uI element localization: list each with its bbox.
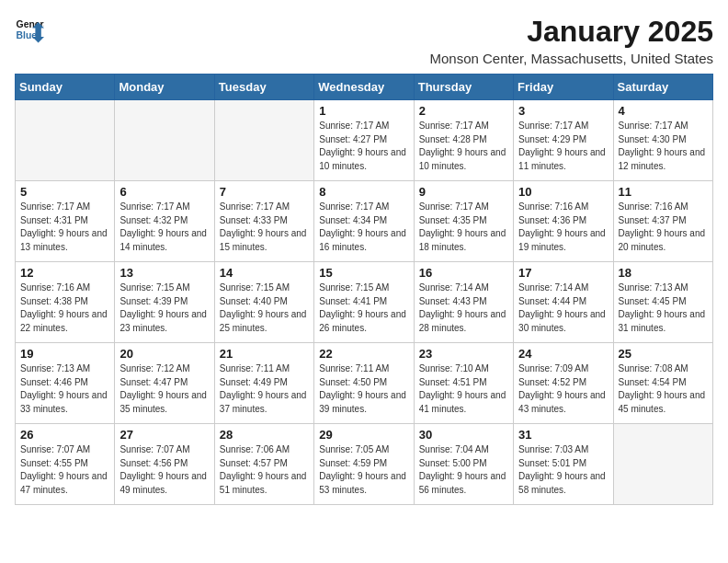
location-subtitle: Monson Center, Massachusetts, United Sta… bbox=[430, 51, 714, 66]
day-number: 28 bbox=[220, 428, 309, 442]
calendar-day-cell bbox=[613, 424, 712, 505]
calendar-day-cell: 28Sunrise: 7:06 AMSunset: 4:57 PMDayligh… bbox=[214, 424, 313, 505]
day-number: 13 bbox=[119, 266, 209, 280]
calendar-day-cell bbox=[16, 100, 115, 181]
day-number: 1 bbox=[319, 104, 408, 118]
day-number: 6 bbox=[119, 185, 209, 199]
day-info: Sunrise: 7:11 AMSunset: 4:49 PMDaylight:… bbox=[220, 362, 309, 416]
calendar-day-cell: 26Sunrise: 7:07 AMSunset: 4:55 PMDayligh… bbox=[16, 424, 115, 505]
calendar-day-cell: 31Sunrise: 7:03 AMSunset: 5:01 PMDayligh… bbox=[514, 424, 613, 505]
day-of-week-header: Monday bbox=[115, 75, 214, 100]
day-info: Sunrise: 7:05 AMSunset: 4:59 PMDaylight:… bbox=[319, 443, 408, 497]
day-number: 15 bbox=[319, 266, 408, 280]
calendar-day-cell: 21Sunrise: 7:11 AMSunset: 4:49 PMDayligh… bbox=[214, 343, 313, 424]
day-number: 23 bbox=[419, 347, 508, 361]
month-title: January 2025 bbox=[430, 15, 714, 49]
calendar-day-cell: 30Sunrise: 7:04 AMSunset: 5:00 PMDayligh… bbox=[414, 424, 513, 505]
calendar-header-row: SundayMondayTuesdayWednesdayThursdayFrid… bbox=[16, 75, 713, 100]
calendar-week-row: 19Sunrise: 7:13 AMSunset: 4:46 PMDayligh… bbox=[16, 343, 713, 424]
calendar-day-cell: 9Sunrise: 7:17 AMSunset: 4:35 PMDaylight… bbox=[414, 181, 513, 262]
day-number: 19 bbox=[20, 347, 109, 361]
day-info: Sunrise: 7:14 AMSunset: 4:44 PMDaylight:… bbox=[518, 282, 608, 335]
calendar-day-cell: 11Sunrise: 7:16 AMSunset: 4:37 PMDayligh… bbox=[613, 181, 712, 262]
day-number: 4 bbox=[619, 104, 708, 118]
calendar-day-cell bbox=[115, 100, 214, 181]
calendar-day-cell: 20Sunrise: 7:12 AMSunset: 4:47 PMDayligh… bbox=[115, 343, 214, 424]
day-info: Sunrise: 7:13 AMSunset: 4:46 PMDaylight:… bbox=[20, 362, 109, 416]
day-info: Sunrise: 7:13 AMSunset: 4:45 PMDaylight:… bbox=[619, 282, 708, 335]
day-info: Sunrise: 7:17 AMSunset: 4:30 PMDaylight:… bbox=[619, 120, 708, 173]
day-info: Sunrise: 7:17 AMSunset: 4:29 PMDaylight:… bbox=[518, 120, 608, 173]
day-of-week-header: Thursday bbox=[414, 75, 513, 100]
day-number: 10 bbox=[518, 185, 608, 199]
day-info: Sunrise: 7:17 AMSunset: 4:28 PMDaylight:… bbox=[419, 120, 508, 173]
svg-text:Blue: Blue bbox=[17, 30, 38, 40]
day-number: 12 bbox=[20, 266, 109, 280]
calendar-day-cell: 8Sunrise: 7:17 AMSunset: 4:34 PMDaylight… bbox=[314, 181, 414, 262]
day-info: Sunrise: 7:15 AMSunset: 4:41 PMDaylight:… bbox=[319, 282, 408, 335]
calendar-day-cell: 2Sunrise: 7:17 AMSunset: 4:28 PMDaylight… bbox=[414, 100, 513, 181]
day-number: 11 bbox=[619, 185, 708, 199]
day-number: 21 bbox=[220, 347, 309, 361]
day-number: 9 bbox=[419, 185, 508, 199]
day-number: 14 bbox=[220, 266, 309, 280]
day-of-week-header: Saturday bbox=[613, 75, 712, 100]
calendar-day-cell: 22Sunrise: 7:11 AMSunset: 4:50 PMDayligh… bbox=[314, 343, 414, 424]
calendar-day-cell: 18Sunrise: 7:13 AMSunset: 4:45 PMDayligh… bbox=[613, 262, 712, 343]
day-number: 29 bbox=[319, 428, 408, 442]
calendar-day-cell: 15Sunrise: 7:15 AMSunset: 4:41 PMDayligh… bbox=[314, 262, 414, 343]
day-number: 5 bbox=[20, 185, 109, 199]
day-number: 31 bbox=[518, 428, 608, 442]
day-number: 7 bbox=[220, 185, 309, 199]
calendar-day-cell: 7Sunrise: 7:17 AMSunset: 4:33 PMDaylight… bbox=[214, 181, 313, 262]
calendar-day-cell: 24Sunrise: 7:09 AMSunset: 4:52 PMDayligh… bbox=[514, 343, 613, 424]
calendar-day-cell: 5Sunrise: 7:17 AMSunset: 4:31 PMDaylight… bbox=[16, 181, 115, 262]
day-number: 18 bbox=[619, 266, 708, 280]
day-number: 8 bbox=[319, 185, 408, 199]
day-of-week-header: Sunday bbox=[16, 75, 115, 100]
page-header: General Blue January 2025 Monson Center,… bbox=[15, 15, 713, 66]
day-info: Sunrise: 7:11 AMSunset: 4:50 PMDaylight:… bbox=[319, 362, 408, 416]
day-number: 25 bbox=[619, 347, 708, 361]
logo-icon: General Blue bbox=[15, 15, 44, 44]
day-info: Sunrise: 7:10 AMSunset: 4:51 PMDaylight:… bbox=[419, 362, 508, 416]
day-number: 22 bbox=[319, 347, 408, 361]
day-info: Sunrise: 7:15 AMSunset: 4:40 PMDaylight:… bbox=[220, 282, 309, 335]
day-info: Sunrise: 7:08 AMSunset: 4:54 PMDaylight:… bbox=[619, 362, 708, 416]
calendar-day-cell: 23Sunrise: 7:10 AMSunset: 4:51 PMDayligh… bbox=[414, 343, 513, 424]
day-number: 17 bbox=[518, 266, 608, 280]
calendar-day-cell: 3Sunrise: 7:17 AMSunset: 4:29 PMDaylight… bbox=[514, 100, 613, 181]
day-info: Sunrise: 7:17 AMSunset: 4:33 PMDaylight:… bbox=[220, 201, 309, 254]
day-info: Sunrise: 7:12 AMSunset: 4:47 PMDaylight:… bbox=[119, 362, 209, 416]
day-number: 27 bbox=[119, 428, 209, 442]
calendar-day-cell: 4Sunrise: 7:17 AMSunset: 4:30 PMDaylight… bbox=[613, 100, 712, 181]
day-number: 20 bbox=[119, 347, 209, 361]
calendar-day-cell: 29Sunrise: 7:05 AMSunset: 4:59 PMDayligh… bbox=[314, 424, 414, 505]
calendar-day-cell: 12Sunrise: 7:16 AMSunset: 4:38 PMDayligh… bbox=[16, 262, 115, 343]
day-info: Sunrise: 7:14 AMSunset: 4:43 PMDaylight:… bbox=[419, 282, 508, 335]
title-section: January 2025 Monson Center, Massachusett… bbox=[430, 15, 714, 66]
calendar-day-cell: 17Sunrise: 7:14 AMSunset: 4:44 PMDayligh… bbox=[514, 262, 613, 343]
day-of-week-header: Wednesday bbox=[314, 75, 414, 100]
day-number: 24 bbox=[518, 347, 608, 361]
day-info: Sunrise: 7:17 AMSunset: 4:35 PMDaylight:… bbox=[419, 201, 508, 254]
calendar-week-row: 1Sunrise: 7:17 AMSunset: 4:27 PMDaylight… bbox=[16, 100, 713, 181]
day-number: 2 bbox=[419, 104, 508, 118]
day-info: Sunrise: 7:09 AMSunset: 4:52 PMDaylight:… bbox=[518, 362, 608, 416]
day-info: Sunrise: 7:07 AMSunset: 4:56 PMDaylight:… bbox=[119, 443, 209, 497]
calendar-day-cell: 16Sunrise: 7:14 AMSunset: 4:43 PMDayligh… bbox=[414, 262, 513, 343]
calendar-week-row: 26Sunrise: 7:07 AMSunset: 4:55 PMDayligh… bbox=[16, 424, 713, 505]
calendar-day-cell: 13Sunrise: 7:15 AMSunset: 4:39 PMDayligh… bbox=[115, 262, 214, 343]
day-number: 3 bbox=[518, 104, 608, 118]
day-info: Sunrise: 7:16 AMSunset: 4:36 PMDaylight:… bbox=[518, 201, 608, 254]
day-info: Sunrise: 7:17 AMSunset: 4:27 PMDaylight:… bbox=[319, 120, 408, 173]
calendar-day-cell: 19Sunrise: 7:13 AMSunset: 4:46 PMDayligh… bbox=[16, 343, 115, 424]
day-number: 16 bbox=[419, 266, 508, 280]
logo: General Blue bbox=[15, 15, 44, 44]
day-info: Sunrise: 7:17 AMSunset: 4:32 PMDaylight:… bbox=[119, 201, 209, 254]
calendar-day-cell: 1Sunrise: 7:17 AMSunset: 4:27 PMDaylight… bbox=[314, 100, 414, 181]
calendar-week-row: 5Sunrise: 7:17 AMSunset: 4:31 PMDaylight… bbox=[16, 181, 713, 262]
day-info: Sunrise: 7:15 AMSunset: 4:39 PMDaylight:… bbox=[119, 282, 209, 335]
day-info: Sunrise: 7:16 AMSunset: 4:37 PMDaylight:… bbox=[619, 201, 708, 254]
day-info: Sunrise: 7:03 AMSunset: 5:01 PMDaylight:… bbox=[518, 443, 608, 497]
